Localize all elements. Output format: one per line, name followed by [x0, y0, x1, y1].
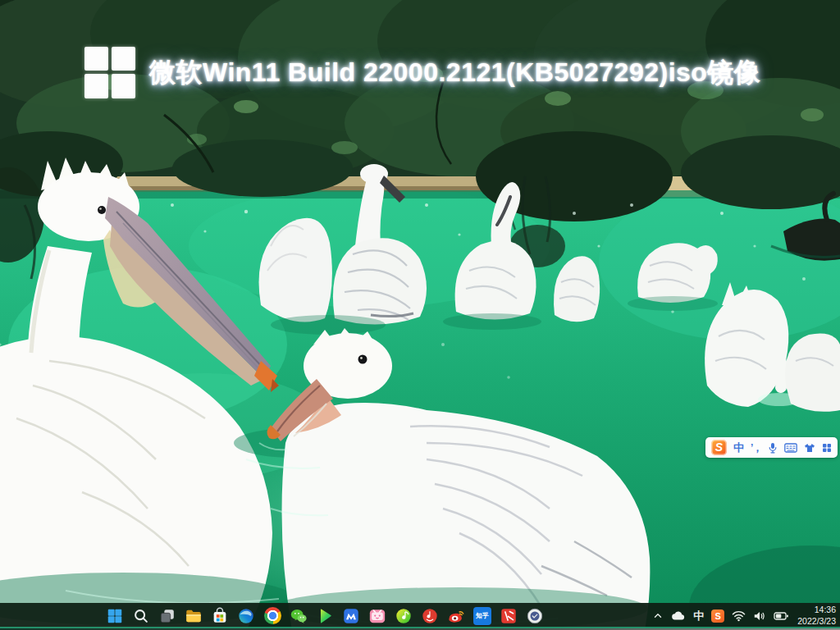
ime-language-indicator[interactable]: 中 [693, 609, 704, 623]
title-overlay: 微软Win11 Build 22000.2121(KB5027292)iso镜像 [84, 47, 760, 98]
music-note-icon [395, 607, 413, 625]
store-bag-icon [211, 607, 229, 625]
sogou-logo-icon[interactable]: S [711, 440, 727, 455]
file-explorer-button[interactable] [184, 606, 203, 626]
netease-music-button[interactable] [420, 606, 440, 626]
tv-icon [368, 607, 386, 625]
taskbar: 知乎 [0, 603, 840, 630]
bilibili-button[interactable] [368, 606, 387, 626]
search-icon [132, 607, 150, 625]
weibo-button[interactable] [446, 606, 466, 626]
task-view-icon [158, 607, 176, 625]
soft-keyboard-icon[interactable] [784, 443, 797, 453]
microsoft-store-button[interactable] [210, 606, 230, 626]
edge-icon [237, 607, 255, 625]
round-badge-icon [526, 607, 544, 625]
clock-date: 2022/3/23 [797, 616, 836, 627]
clock-time: 14:36 [815, 605, 836, 615]
chrome-button[interactable] [262, 606, 282, 626]
video-player-button[interactable] [315, 606, 335, 626]
voice-input-icon[interactable] [768, 442, 778, 454]
chrome-icon [264, 607, 281, 624]
toolbox-icon[interactable] [822, 443, 832, 453]
red-app-icon [500, 607, 518, 625]
folder-icon [185, 607, 203, 625]
ime-mode-button[interactable]: 中 [733, 442, 744, 453]
system-tray: 中 S 14:36 2022/3/23 [652, 603, 836, 628]
chevron-up-icon[interactable] [652, 610, 664, 622]
windows-logo-icon [84, 47, 135, 98]
taskbar-apps: 知乎 [105, 603, 545, 628]
skin-icon[interactable] [804, 443, 815, 453]
weibo-eye-icon [447, 607, 465, 625]
play-triangle-icon [316, 607, 334, 625]
music-note-vinyl-icon [421, 607, 439, 625]
task-view-button[interactable] [158, 606, 177, 626]
start-button[interactable] [105, 606, 125, 626]
wechat-icon [290, 607, 308, 625]
speaker-icon[interactable] [753, 610, 766, 622]
battery-icon[interactable] [774, 611, 788, 621]
onedrive-cloud-icon[interactable] [671, 610, 686, 621]
page-title: 微软Win11 Build 22000.2121(KB5027292)iso镜像 [149, 55, 760, 91]
windows-start-icon [106, 607, 124, 625]
edge-button[interactable] [236, 606, 256, 626]
search-button[interactable] [131, 606, 151, 626]
wifi-icon[interactable] [732, 610, 746, 622]
zhihu-icon: 知乎 [473, 607, 491, 625]
round-badge-app-button[interactable] [525, 606, 545, 626]
ime-toolbar[interactable]: S 中 ’， [705, 437, 838, 458]
qq-music-button[interactable] [394, 606, 413, 626]
ime-punctuation-button[interactable]: ’， [751, 443, 761, 453]
m-app-button[interactable] [341, 606, 361, 626]
clock[interactable]: 14:36 2022/3/23 [796, 605, 836, 626]
red-notes-app-button[interactable] [499, 606, 518, 626]
sogou-tray-icon[interactable]: S [711, 609, 724, 623]
mountain-m-icon [342, 607, 360, 625]
desktop: 微软Win11 Build 22000.2121(KB5027292)iso镜像… [0, 0, 840, 630]
zhihu-button[interactable]: 知乎 [472, 606, 492, 626]
wechat-button[interactable] [289, 606, 308, 626]
